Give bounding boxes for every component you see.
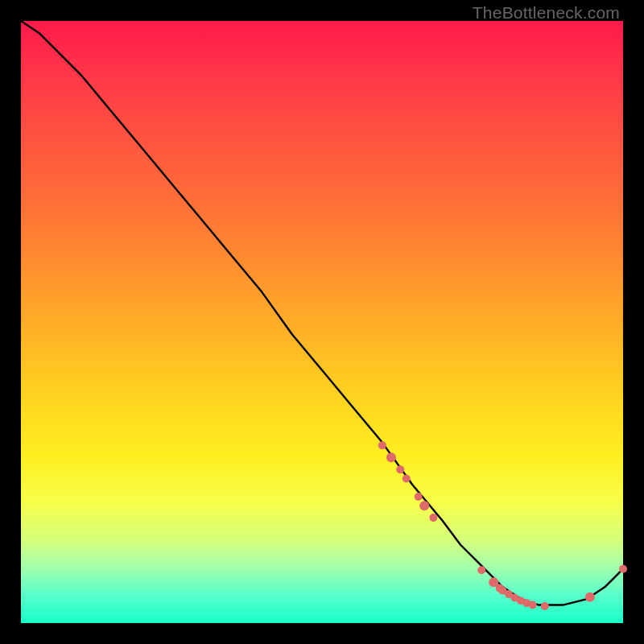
scatter-point (386, 452, 396, 462)
scatter-point (619, 565, 627, 573)
scatter-point (541, 602, 549, 610)
scatter-point (419, 501, 429, 510)
scatter-point (429, 514, 437, 522)
plot-area (21, 21, 623, 623)
scatter-point (396, 465, 404, 473)
scatter-point (378, 441, 386, 449)
scatter-point (529, 601, 537, 609)
scatter-point (477, 566, 485, 574)
scatter-point (402, 474, 411, 482)
scatter-point (415, 493, 423, 501)
chart-frame: TheBottleneck.com (0, 0, 644, 644)
watermark-text: TheBottleneck.com (473, 3, 620, 23)
curve-line (21, 21, 623, 605)
scatter-points (378, 441, 627, 610)
scatter-point (585, 592, 595, 602)
chart-svg (21, 21, 623, 623)
